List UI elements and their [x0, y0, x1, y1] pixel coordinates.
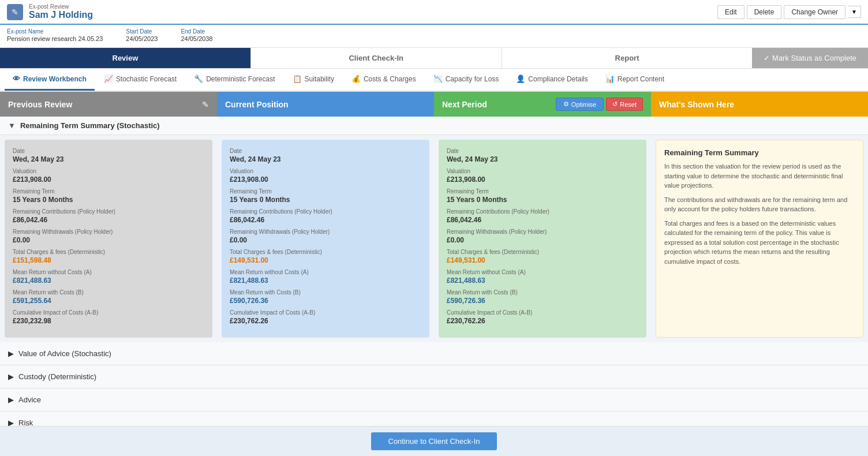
next-withdrawals-field: Remaining Withdrawals (Policy Holder) £0… [447, 229, 638, 244]
previous-review-card: Date Wed, 24 May 23 Valuation £213,908.0… [5, 140, 212, 338]
tab-deterministic-forecast[interactable]: 🔧 Deterministic Forecast [186, 69, 283, 91]
expand-chevron-icon: ▼ [8, 121, 16, 130]
value-of-advice-chevron-icon: ▶ [8, 349, 14, 358]
ex-post-name-value: Pension review research 24.05.23 [7, 35, 103, 42]
custody-chevron-icon: ▶ [8, 372, 14, 381]
header-dropdown-arrow[interactable]: ▼ [848, 6, 861, 18]
capacity-for-loss-icon: 📉 [433, 74, 443, 83]
tab-suitability[interactable]: 📋 Suitability [285, 69, 342, 91]
meta-ex-post-name: Ex-post Name Pension review research 24.… [7, 28, 103, 43]
tab-stochastic-forecast[interactable]: 📈 Stochastic Forecast [96, 69, 185, 91]
curr-remaining-term-field: Remaining Term 15 Years 0 Months [230, 188, 421, 204]
workflow-step-checkin[interactable]: Client Check-In [250, 48, 502, 68]
meta-end-date: End Date 24/05/2038 [181, 28, 212, 43]
advice-row[interactable]: ▶ Advice [0, 388, 868, 412]
tab-capacity-for-loss[interactable]: 📉 Capacity for Loss [425, 69, 507, 91]
top-header: ✎ Ex-post Review Sam J Holding Edit Dele… [0, 0, 868, 25]
optimise-icon: ⚙ [563, 100, 569, 108]
next-mean-return-a-field: Mean Return without Costs (A) £821,488.6… [447, 269, 638, 285]
cards-row: Date Wed, 24 May 23 Valuation £213,908.0… [0, 135, 868, 342]
workflow-step-report[interactable]: Report [502, 48, 753, 68]
prev-contributions-field: Remaining Contributions (Policy Holder) … [13, 208, 204, 224]
main-content: Previous Review ✎ Current Position Next … [0, 92, 868, 435]
reset-button[interactable]: ↺ Reset [606, 98, 643, 111]
header-left: ✎ Ex-post Review Sam J Holding [7, 3, 93, 20]
report-content-icon: 📊 [605, 74, 615, 83]
app-icon: ✎ [7, 4, 23, 20]
next-date-field: Date Wed, 24 May 23 [447, 148, 638, 163]
prev-charges-field: Total Charges & fees (Deterministic) £15… [13, 249, 204, 264]
change-owner-button[interactable]: Change Owner [784, 5, 845, 19]
workflow-step-review[interactable]: Review [0, 48, 250, 68]
header-title: Sam J Holding [29, 10, 93, 20]
remaining-term-expand[interactable]: ▼ Remaining Term Summary (Stochastic) [0, 117, 868, 135]
prev-withdrawals-field: Remaining Withdrawals (Policy Holder) £0… [13, 229, 204, 244]
next-remaining-term-field: Remaining Term 15 Years 0 Months [447, 188, 638, 204]
curr-cumulative-field: Cumulative Impact of Costs (A-B) £230,76… [230, 309, 421, 325]
workflow-bar: Review Client Check-In Report ✓ Mark Sta… [0, 48, 868, 69]
review-workbench-icon: 👁 [13, 74, 20, 83]
next-period-header: Next Period ⚙ Optimise ↺ Reset [434, 92, 651, 117]
reset-icon: ↺ [612, 100, 618, 108]
curr-withdrawals-field: Remaining Withdrawals (Policy Holder) £0… [230, 229, 421, 244]
curr-date-field: Date Wed, 24 May 23 [230, 148, 421, 163]
tab-compliance-details[interactable]: 👤 Compliance Details [508, 69, 596, 91]
optimise-button[interactable]: ⚙ Optimise [556, 98, 604, 111]
tab-costs-charges[interactable]: 💰 Costs & Charges [343, 69, 424, 91]
start-date-value: 24/05/2023 [126, 35, 158, 42]
meta-start-date: Start Date 24/05/2023 [126, 28, 158, 43]
mark-complete-button[interactable]: ✓ Mark Status as Complete [752, 48, 868, 68]
header-title-block: Ex-post Review Sam J Holding [29, 3, 93, 20]
curr-contributions-field: Remaining Contributions (Policy Holder) … [230, 208, 421, 224]
header-subtitle: Ex-post Review [29, 3, 93, 10]
curr-mean-return-a-field: Mean Return without Costs (A) £821,488.6… [230, 269, 421, 285]
suitability-icon: 📋 [293, 74, 302, 83]
edit-button[interactable]: Edit [717, 5, 744, 19]
next-cumulative-field: Cumulative Impact of Costs (A-B) £230,76… [447, 309, 638, 325]
deterministic-forecast-icon: 🔧 [194, 74, 203, 83]
curr-mean-return-b-field: Mean Return with Costs (B) £590,726.36 [230, 289, 421, 305]
tab-report-content[interactable]: 📊 Report Content [597, 69, 672, 91]
current-position-header: Current Position [217, 92, 434, 117]
previous-review-header: Previous Review ✎ [0, 92, 217, 117]
compliance-details-icon: 👤 [516, 74, 525, 83]
section-header-row: Previous Review ✎ Current Position Next … [0, 92, 868, 117]
end-date-label: End Date [181, 28, 212, 35]
costs-charges-icon: 💰 [351, 74, 361, 83]
end-date-value: 24/05/2038 [181, 35, 212, 42]
next-period-actions: ⚙ Optimise ↺ Reset [556, 98, 643, 111]
ex-post-name-label: Ex-post Name [7, 28, 103, 35]
prev-mean-return-a-field: Mean Return without Costs (A) £821,488.6… [13, 269, 204, 285]
delete-button[interactable]: Delete [747, 5, 782, 19]
next-period-card: Date Wed, 24 May 23 Valuation £213,908.0… [439, 140, 646, 338]
prev-valuation-field: Valuation £213,908.00 [13, 168, 204, 184]
curr-valuation-field: Valuation £213,908.00 [230, 168, 421, 184]
whats-shown-here-header: What's Shown Here [651, 92, 868, 117]
next-charges-field: Total Charges & fees (Deterministic) £14… [447, 249, 638, 264]
prev-cumulative-field: Cumulative Impact of Costs (A-B) £230,23… [13, 309, 204, 325]
advice-chevron-icon: ▶ [8, 395, 14, 404]
custody-row[interactable]: ▶ Custody (Deterministic) [0, 365, 868, 388]
tab-bar: 👁 Review Workbench 📈 Stochastic Forecast… [0, 69, 868, 92]
prev-date-field: Date Wed, 24 May 23 [13, 148, 204, 163]
header-buttons: Edit Delete Change Owner ▼ [717, 5, 861, 19]
current-position-card: Date Wed, 24 May 23 Valuation £213,908.0… [222, 140, 429, 338]
prev-mean-return-b-field: Mean Return with Costs (B) £591,255.64 [13, 289, 204, 305]
bottom-bar: Continue to Client Check-In [0, 426, 868, 435]
info-card: Remaining Term Summary In this section t… [656, 140, 863, 338]
meta-bar: Ex-post Name Pension review research 24.… [0, 25, 868, 48]
continue-button[interactable]: Continue to Client Check-In [371, 432, 497, 435]
prev-remaining-term-field: Remaining Term 15 Years 0 Months [13, 188, 204, 204]
next-valuation-field: Valuation £213,908.00 [447, 168, 638, 184]
tab-review-workbench[interactable]: 👁 Review Workbench [5, 69, 95, 91]
start-date-label: Start Date [126, 28, 158, 35]
previous-review-edit-button[interactable]: ✎ [202, 100, 209, 109]
curr-charges-field: Total Charges & fees (Deterministic) £14… [230, 249, 421, 264]
stochastic-forecast-icon: 📈 [104, 74, 113, 83]
next-mean-return-b-field: Mean Return with Costs (B) £590,726.36 [447, 289, 638, 305]
value-of-advice-row[interactable]: ▶ Value of Advice (Stochastic) [0, 342, 868, 365]
next-contributions-field: Remaining Contributions (Policy Holder) … [447, 208, 638, 224]
